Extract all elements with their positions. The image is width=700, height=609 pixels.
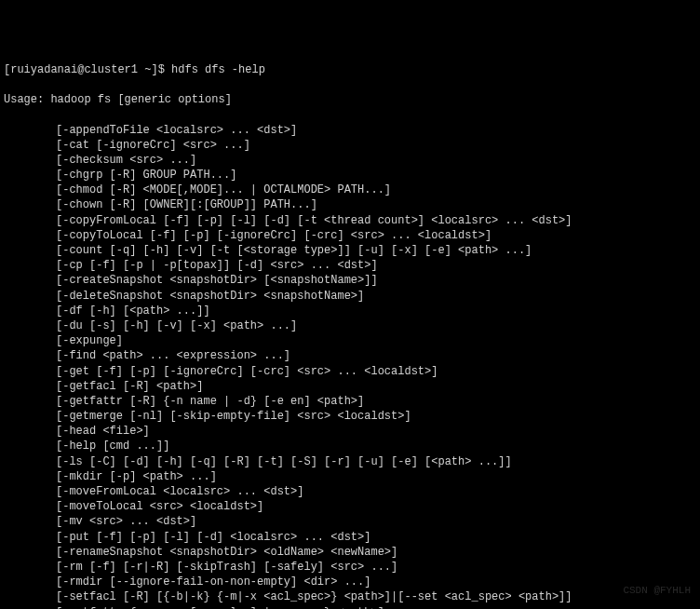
- command-line: [-checksum <src> ...]: [4, 153, 696, 168]
- command-line: [-help [cmd ...]]: [4, 439, 696, 453]
- command-line: [-find <path> ... <expression> ...]: [4, 348, 696, 363]
- terminal-prompt-line: [ruiyadanai@cluster1 ~]$ hdfs dfs -help: [4, 62, 696, 77]
- command-line: [-appendToFile <localsrc> ... <dst>]: [4, 123, 696, 138]
- command-line: [-rmdir [--ignore-fail-on-non-empty] <di…: [4, 575, 696, 589]
- command-line: [-createSnapshot <snapshotDir> [<snapsho…: [4, 273, 696, 288]
- command-line: [-ls [-C] [-d] [-h] [-q] [-R] [-t] [-S] …: [4, 454, 696, 469]
- usage-header: Usage: hadoop fs [generic options]: [4, 92, 696, 107]
- command-line: [-df [-h] [<path> ...]]: [4, 304, 696, 318]
- command-line: [-head <file>]: [4, 424, 696, 439]
- command-line: [-setfattr {-n name [-v value] | -x name…: [4, 605, 696, 610]
- command-line: [-expunge]: [4, 333, 696, 348]
- command-line: [-renameSnapshot <snapshotDir> <oldName>…: [4, 545, 696, 560]
- command-line: [-rm [-f] [-r|-R] [-skipTrash] [-safely]…: [4, 560, 696, 575]
- command-line: [-moveToLocal <src> <localdst>]: [4, 499, 696, 514]
- command-line: [-count [-q] [-h] [-v] [-t [<storage typ…: [4, 243, 696, 258]
- command-line: [-cp [-f] [-p | -p[topax]] [-d] <src> ..…: [4, 258, 696, 273]
- watermark-text: CSDN @FYHLH: [623, 584, 691, 598]
- command-line: [-setfacl [-R] [{-b|-k} {-m|-x <acl_spec…: [4, 589, 696, 604]
- command-line: [-getfacl [-R] <path>]: [4, 379, 696, 394]
- command-line: [-getfattr [-R] {-n name | -d} [-e en] <…: [4, 394, 696, 409]
- command-line: [-chmod [-R] <MODE[,MODE]... | OCTALMODE…: [4, 183, 696, 197]
- command-line: [-get [-f] [-p] [-ignoreCrc] [-crc] <src…: [4, 364, 696, 379]
- command-line: [-deleteSnapshot <snapshotDir> <snapshot…: [4, 289, 696, 304]
- command-line: [-du [-s] [-h] [-v] [-x] <path> ...]: [4, 318, 696, 333]
- command-line: [-mv <src> ... <dst>]: [4, 514, 696, 529]
- command-line: [-copyToLocal [-f] [-p] [-ignoreCrc] [-c…: [4, 228, 696, 243]
- command-line: [-moveFromLocal <localsrc> ... <dst>]: [4, 484, 696, 499]
- command-line: [-copyFromLocal [-f] [-p] [-l] [-d] [-t …: [4, 213, 696, 228]
- command-line: [-chown [-R] [OWNER][:[GROUP]] PATH...]: [4, 197, 696, 212]
- command-line: [-mkdir [-p] <path> ...]: [4, 469, 696, 484]
- command-line: [-getmerge [-nl] [-skip-empty-file] <src…: [4, 409, 696, 424]
- commands-list: [-appendToFile <localsrc> ... <dst>][-ca…: [4, 123, 696, 610]
- command-line: [-cat [-ignoreCrc] <src> ...]: [4, 138, 696, 153]
- command-line: [-chgrp [-R] GROUP PATH...]: [4, 168, 696, 183]
- command-line: [-put [-f] [-p] [-l] [-d] <localsrc> ...…: [4, 530, 696, 545]
